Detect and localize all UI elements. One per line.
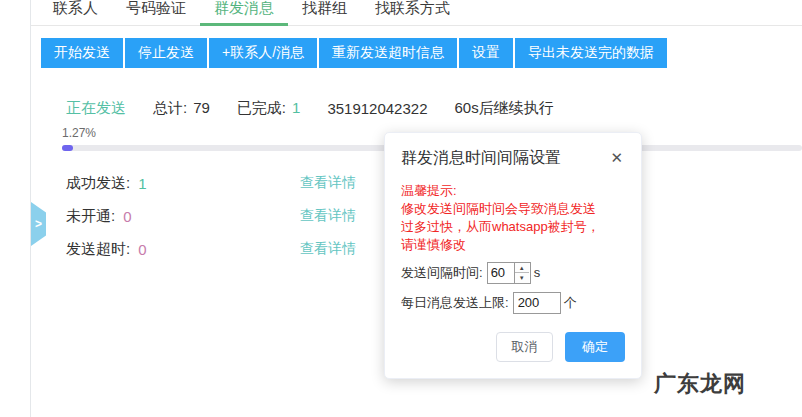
view-details-link-success[interactable]: 查看详情: [300, 174, 356, 192]
tab-find-groups[interactable]: 找群组: [288, 0, 361, 26]
export-unsent-button[interactable]: 导出未发送完的数据: [515, 38, 667, 68]
current-phone-number: 351912042322: [327, 100, 427, 117]
dialog-title: 群发消息时间间隔设置: [401, 148, 561, 169]
interval-spinbox: ▲ ▼: [487, 262, 531, 284]
action-toolbar: 开始发送 停止发送 +联系人/消息 重新发送超时信息 设置 导出未发送完的数据: [41, 38, 667, 68]
total-label: 总计:: [153, 99, 187, 118]
dialog-header: 群发消息时间间隔设置 ✕: [401, 148, 625, 169]
interval-input[interactable]: [488, 263, 514, 283]
stat-value: 0: [138, 241, 146, 258]
resend-timeout-button[interactable]: 重新发送超时信息: [319, 38, 457, 68]
chevron-right-icon: >: [35, 218, 42, 230]
completed-count: 已完成: 1: [237, 99, 301, 118]
daily-limit-unit: 个: [564, 294, 577, 312]
countdown-text: 60s后继续执行: [454, 99, 553, 118]
daily-limit-field-row: 每日消息发送上限: 个: [401, 292, 625, 314]
sidebar-expand-handle[interactable]: >: [31, 202, 46, 246]
top-tab-bar: 联系人 号码验证 群发消息 找群组 找联系方式: [31, 0, 802, 26]
daily-limit-label: 每日消息发送上限:: [401, 294, 509, 312]
total-count: 总计: 79: [153, 99, 210, 118]
stat-value: 0: [123, 208, 131, 225]
dialog-footer: 取消 确定: [401, 332, 625, 362]
view-details-link-not-registered[interactable]: 查看详情: [300, 207, 356, 225]
interval-field-row: 发送间隔时间: ▲ ▼ s: [401, 262, 625, 284]
spinner-down-icon[interactable]: ▼: [515, 273, 529, 283]
start-send-button[interactable]: 开始发送: [41, 38, 123, 68]
cancel-button[interactable]: 取消: [496, 332, 553, 362]
daily-limit-input[interactable]: [513, 292, 561, 314]
tab-bulk-message[interactable]: 群发消息: [200, 0, 288, 26]
stat-row-success: 成功发送: 1 查看详情: [66, 173, 356, 193]
settings-button[interactable]: 设置: [459, 38, 513, 68]
send-stats-panel: 成功发送: 1 查看详情 未开通: 0 查看详情 发送超时: 0 查看详情: [66, 173, 356, 272]
tab-contacts[interactable]: 联系人: [39, 0, 112, 26]
sending-status-text: 正在发送: [66, 99, 126, 118]
left-rail-divider: [30, 0, 31, 417]
site-watermark: 广东龙网: [654, 369, 746, 399]
warning-line: 温馨提示:: [401, 182, 625, 200]
interval-label: 发送间隔时间:: [401, 264, 483, 282]
close-icon[interactable]: ✕: [608, 148, 625, 167]
tab-find-contact-info[interactable]: 找联系方式: [361, 0, 464, 26]
progress-bar-fill: [62, 145, 73, 151]
send-status-line: 正在发送 总计: 79 已完成: 1 351912042322 60s后继续执行: [66, 99, 554, 118]
warning-line: 修改发送间隔时间会导致消息发送: [401, 200, 625, 218]
stat-row-timeout: 发送超时: 0 查看详情: [66, 239, 356, 259]
confirm-button[interactable]: 确定: [565, 332, 625, 362]
interval-unit: s: [534, 265, 541, 280]
stat-label: 发送超时:: [66, 240, 130, 259]
warning-line: 请谨慎修改: [401, 236, 625, 254]
stat-value: 1: [138, 175, 146, 192]
stat-label: 未开通:: [66, 207, 115, 226]
spinner-up-icon[interactable]: ▲: [515, 263, 529, 274]
progress-percent-label: 1.27%: [62, 126, 96, 140]
warning-line: 过多过快，从而whatsapp被封号，: [401, 218, 625, 236]
stop-send-button[interactable]: 停止发送: [125, 38, 207, 68]
view-details-link-timeout[interactable]: 查看详情: [300, 240, 356, 258]
stat-row-not-registered: 未开通: 0 查看详情: [66, 206, 356, 226]
stat-label: 成功发送:: [66, 174, 130, 193]
warning-text: 温馨提示: 修改发送间隔时间会导致消息发送 过多过快，从而whatsapp被封号…: [401, 182, 625, 254]
interval-settings-dialog: 群发消息时间间隔设置 ✕ 温馨提示: 修改发送间隔时间会导致消息发送 过多过快，…: [384, 132, 642, 379]
completed-value: 1: [292, 99, 300, 118]
add-contacts-message-button[interactable]: +联系人/消息: [209, 38, 317, 68]
total-value: 79: [193, 99, 210, 118]
completed-label: 已完成:: [237, 99, 286, 118]
spinner-controls: ▲ ▼: [514, 263, 529, 283]
tab-number-verify[interactable]: 号码验证: [112, 0, 200, 26]
